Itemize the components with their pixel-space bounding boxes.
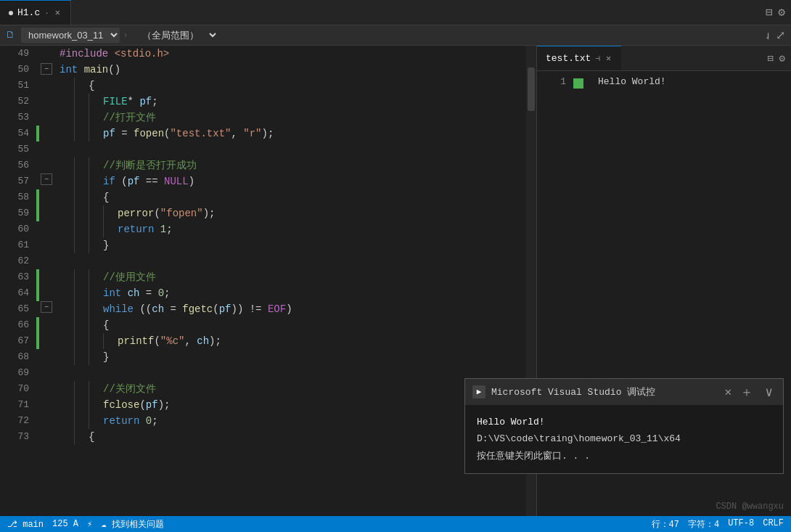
code-line-67: printf("%c", ch);: [60, 333, 526, 349]
line-numbers: 49 50 51 52 53 54 55 56 57 58 59 60 61 6…: [0, 46, 36, 532]
green-bar-58: [36, 189, 39, 205]
scrollbar-thumb[interactable]: [528, 67, 535, 111]
green-bar-63: [36, 269, 39, 285]
split-icon[interactable]: ⊟: [766, 5, 773, 20]
status-hint-text: ☁ 找到相关问题: [101, 518, 163, 531]
code-line-59: perror("fopen");: [60, 205, 526, 221]
code-line-57: if (pf == NULL): [60, 173, 526, 189]
editor-pane: 49 50 51 52 53 54 55 56 57 58 59 60 61 6…: [0, 46, 537, 532]
collapse-65[interactable]: −: [41, 301, 52, 313]
debug-console-overlay: ▶ Microsoft Visual Studio 调试控 ✕ ＋ ∨ Hell…: [464, 378, 784, 474]
status-bar: ⎇ main 125 A ⚡ ☁ 找到相关问题 行：47 字符：4 UTF-8 …: [0, 516, 791, 532]
code-line-54: pf = fopen("test.txt", "r");: [60, 126, 526, 142]
code-line-51: {: [60, 78, 526, 94]
debug-icon: ▶: [472, 385, 485, 398]
status-col: 字符：4: [688, 518, 719, 531]
breadcrumb-bar: 🗋 homework_03_11 › （全局范围） ⇃ ⤢: [0, 25, 791, 46]
right-code-line-1: Hello World!: [598, 74, 791, 90]
right-tab-bar: test.txt ⊣ ✕ ⊟ ⚙: [537, 46, 791, 71]
file-select[interactable]: homework_03_11: [21, 28, 120, 43]
code-line-68: }: [60, 349, 526, 365]
debug-more-btn[interactable]: ∨: [762, 384, 776, 400]
tab-h1c-close[interactable]: ✕: [54, 6, 62, 20]
right-green-indicator: [573, 78, 583, 89]
debug-line-2: D:\VS\code\traing\homework_03_11\x64: [477, 430, 771, 447]
code-line-60: return 1;: [60, 221, 526, 237]
watermark: CSDN @wwangxu: [716, 502, 784, 512]
code-line-69: [60, 365, 526, 381]
code-line-58: {: [60, 189, 526, 205]
code-line-73: {: [60, 429, 526, 445]
code-line-62: [60, 253, 526, 269]
hello-world-text: Hello World!: [598, 76, 666, 87]
green-bar-67: [36, 333, 39, 349]
code-line-53: //打开文件: [60, 110, 526, 126]
status-left-text: 125 A: [52, 519, 78, 529]
tab-h1c-label: H1.c: [17, 7, 40, 18]
tab-testtxt-close[interactable]: ✕: [604, 52, 612, 65]
status-left: ⎇ main 125 A ⚡ ☁ 找到相关问题: [7, 518, 164, 531]
debug-title-label: Microsoft Visual Studio 调试控: [491, 385, 655, 398]
code-line-63: //使用文件: [60, 269, 526, 285]
tab-h1c[interactable]: H1.c · ✕: [0, 0, 71, 25]
code-line-61: }: [60, 237, 526, 253]
tab-bar: H1.c · ✕ ⊟ ⚙: [0, 0, 791, 25]
code-line-66: {: [60, 317, 526, 333]
code-line-65: while ((ch = fgetc(pf)) != EOF): [60, 301, 526, 317]
code-line-56: //判断是否打开成功: [60, 157, 526, 173]
code-line-71: fclose(pf);: [60, 397, 526, 413]
status-hint-icon: ⚡: [87, 519, 92, 530]
code-content[interactable]: #include <stdio.h> int main() { FI: [57, 46, 526, 532]
code-area: 49 50 51 52 53 54 55 56 57 58 59 60 61 6…: [0, 46, 536, 532]
code-line-50: int main(): [60, 62, 526, 78]
split-right-icon[interactable]: ⊟: [767, 52, 773, 65]
tab-testtxt-pin: ⊣: [595, 54, 600, 63]
debug-line-1: Hello World!: [477, 414, 771, 430]
code-line-72: return 0;: [60, 413, 526, 429]
tab-pin-icon: ·: [44, 9, 49, 17]
debug-title-bar: ▶ Microsoft Visual Studio 调试控 ✕ ＋ ∨: [465, 379, 783, 405]
expand-icon[interactable]: ⤢: [776, 28, 785, 43]
right-tab-icons: ⊟ ⚙: [767, 46, 791, 70]
status-right: 行：47 字符：4 UTF-8 CRLF: [652, 518, 784, 531]
gutter: − − −: [36, 46, 57, 532]
code-line-52: FILE* pf;: [60, 94, 526, 110]
code-line-49: #include <stdio.h>: [60, 46, 526, 62]
right-line-1-num: 1: [537, 74, 566, 90]
breadcrumb-sep: ›: [123, 30, 128, 41]
debug-close-btn[interactable]: ✕: [725, 385, 732, 399]
collapse-57[interactable]: −: [41, 173, 52, 185]
code-line-64: int ch = 0;: [60, 285, 526, 301]
breadcrumb-right-icons: ⇃ ⤢: [764, 28, 785, 43]
green-bar-64: [36, 285, 39, 301]
debug-line-3: 按任意键关闭此窗口. . .: [477, 448, 771, 465]
tab-testtxt-label: test.txt: [546, 53, 591, 64]
status-line-ending: CRLF: [763, 518, 784, 531]
green-bar-66: [36, 317, 39, 333]
settings-right-icon[interactable]: ⚙: [779, 52, 785, 65]
tab-dot: [9, 11, 13, 15]
status-git: ⎇ main: [7, 519, 44, 530]
tab-testtxt[interactable]: test.txt ⊣ ✕: [537, 46, 621, 70]
code-line-55: [60, 142, 526, 157]
debug-add-btn[interactable]: ＋: [737, 383, 756, 401]
status-row: 行：47: [652, 518, 679, 531]
green-bar-59: [36, 205, 39, 221]
tab-bar-icons: ⊟ ⚙: [766, 0, 791, 25]
code-line-70: //关闭文件: [60, 381, 526, 397]
file-icon: 🗋: [6, 30, 15, 41]
status-encoding: UTF-8: [728, 518, 754, 531]
collapse-50[interactable]: −: [41, 63, 52, 75]
settings-icon[interactable]: ⚙: [778, 5, 785, 20]
scope-select[interactable]: （全局范围）: [131, 28, 218, 43]
debug-content: Hello World! D:\VS\code\traing\homework_…: [465, 405, 783, 473]
arrow-down-icon[interactable]: ⇃: [764, 28, 771, 43]
green-bar-54: [36, 126, 39, 142]
